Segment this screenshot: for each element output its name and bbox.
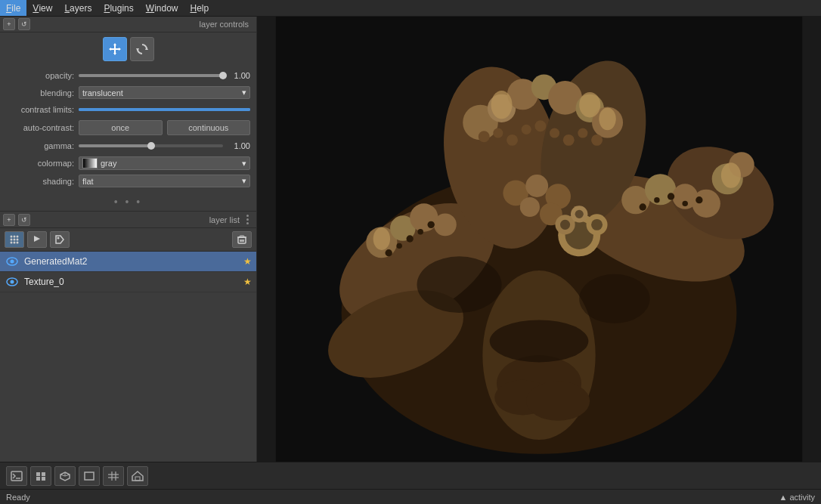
- layer-item-texture0[interactable]: Texture_0 ★: [0, 272, 256, 292]
- gamma-slider-thumb[interactable]: [147, 142, 155, 150]
- svg-marker-3: [113, 53, 116, 55]
- svg-rect-24: [240, 236, 244, 237]
- contrast-slider-track[interactable]: [79, 108, 250, 111]
- home-btn[interactable]: [127, 466, 148, 486]
- transform-row: [0, 32, 256, 64]
- contrast-slider-container: [79, 108, 250, 111]
- layer-list-title: layer list: [30, 215, 243, 224]
- dots-icon: • • •: [114, 196, 142, 208]
- layer-delete-btn[interactable]: [232, 231, 252, 248]
- menu-view[interactable]: View: [26, 0, 58, 16]
- contrast-label: contrast limits:: [6, 105, 74, 114]
- colormap-preview: [82, 158, 98, 169]
- blending-label: blending:: [6, 88, 74, 97]
- terminal-btn[interactable]: [6, 466, 27, 486]
- svg-point-10: [17, 236, 19, 238]
- svg-point-63: [522, 125, 531, 135]
- svg-point-12: [14, 239, 16, 241]
- menu-plugins[interactable]: Plugins: [98, 0, 139, 16]
- layer-name-1: GeneratedMat2: [24, 256, 239, 267]
- svg-point-84: [668, 193, 674, 199]
- layer-visibility-1[interactable]: [5, 255, 20, 268]
- layer-name-2: Texture_0: [24, 277, 239, 287]
- grid-btn[interactable]: [103, 466, 124, 486]
- grid-icon: [107, 471, 119, 481]
- auto-contrast-once-btn[interactable]: once: [79, 120, 163, 135]
- layer-list-kebab[interactable]: [243, 213, 252, 226]
- svg-point-86: [696, 196, 702, 203]
- layers-btn[interactable]: [30, 466, 51, 486]
- eye-icon-1: [6, 257, 18, 266]
- opacity-slider-track[interactable]: [79, 74, 223, 77]
- svg-point-91: [579, 92, 600, 118]
- layer-star-1[interactable]: ★: [243, 256, 252, 267]
- contrast-slider-fill: [79, 108, 250, 111]
- svg-point-68: [591, 135, 603, 146]
- layer-list: + ↺ layer list: [0, 211, 256, 462]
- opacity-slider-container: 1.00: [79, 71, 250, 80]
- flag-icon: [32, 234, 42, 245]
- layer-flag-tool[interactable]: [27, 231, 47, 248]
- opacity-slider-fill: [79, 74, 223, 77]
- opacity-slider-thumb[interactable]: [219, 72, 227, 79]
- home-icon: [132, 471, 144, 481]
- 2d-btn[interactable]: [79, 466, 100, 486]
- svg-point-82: [640, 203, 646, 210]
- main-layout: + ↺ layer controls: [0, 17, 821, 462]
- activity-btn[interactable]: ▲ activity: [779, 493, 815, 502]
- layer-star-2[interactable]: ★: [243, 277, 252, 287]
- colormap-chevron: ▾: [242, 159, 246, 169]
- svg-point-14: [11, 242, 13, 244]
- menubar: File View Layers Plugins Window Help: [0, 0, 821, 17]
- svg-marker-113: [132, 472, 143, 481]
- menu-help[interactable]: Help: [184, 0, 215, 16]
- layer-select-tool[interactable]: [5, 231, 24, 248]
- layer-toolbar: [0, 228, 256, 252]
- svg-point-77: [386, 249, 392, 256]
- layer-tag-tool[interactable]: [50, 231, 70, 248]
- layer-visibility-2[interactable]: [5, 275, 20, 289]
- layer-refresh-icon[interactable]: ↺: [18, 214, 30, 226]
- auto-contrast-continuous-btn[interactable]: continuous: [167, 120, 251, 135]
- colormap-select[interactable]: gray ▾: [79, 156, 250, 170]
- svg-point-92: [599, 107, 615, 130]
- move-cross-icon: [108, 42, 122, 56]
- refresh-icon[interactable]: ↺: [18, 18, 30, 30]
- svg-point-78: [396, 243, 401, 249]
- viewport[interactable]: [257, 17, 821, 462]
- svg-point-65: [550, 128, 559, 138]
- gamma-slider-track[interactable]: [79, 144, 223, 147]
- svg-marker-17: [34, 236, 40, 242]
- shading-label: shading:: [6, 177, 74, 186]
- blending-select[interactable]: translucent ▾: [79, 86, 250, 99]
- shading-chevron: ▾: [242, 176, 246, 186]
- svg-point-62: [507, 135, 518, 146]
- svg-line-107: [65, 475, 70, 476]
- shading-select[interactable]: flat ▾: [79, 175, 250, 187]
- layer-list-header: + ↺ layer list: [0, 211, 256, 228]
- layer-new-icon[interactable]: +: [3, 214, 15, 226]
- svg-point-60: [479, 131, 490, 142]
- rotate-transform-btn[interactable]: [130, 37, 154, 61]
- svg-point-48: [434, 213, 457, 236]
- svg-point-83: [654, 197, 659, 203]
- svg-line-106: [60, 475, 65, 476]
- svg-point-76: [575, 210, 584, 218]
- svg-marker-4: [109, 48, 111, 51]
- menu-layers[interactable]: Layers: [58, 0, 98, 16]
- svg-point-9: [14, 236, 16, 238]
- contrast-row: contrast limits:: [0, 101, 256, 118]
- opacity-value: 1.00: [226, 71, 250, 80]
- svg-point-96: [579, 274, 649, 323]
- layer-item-generatedmat2[interactable]: GeneratedMat2 ★: [0, 252, 256, 272]
- new-layer-icon[interactable]: +: [3, 18, 15, 30]
- kebab-dot-2: [246, 218, 249, 221]
- menu-file[interactable]: File: [0, 0, 26, 16]
- header-left-icons: + ↺: [3, 18, 30, 30]
- layer-list-header-icons: + ↺: [3, 214, 30, 226]
- move-transform-btn[interactable]: [103, 37, 127, 61]
- svg-point-89: [526, 382, 590, 421]
- colormap-label: colormap:: [6, 159, 74, 168]
- menu-window[interactable]: Window: [140, 0, 184, 16]
- 3d-btn[interactable]: [54, 466, 76, 486]
